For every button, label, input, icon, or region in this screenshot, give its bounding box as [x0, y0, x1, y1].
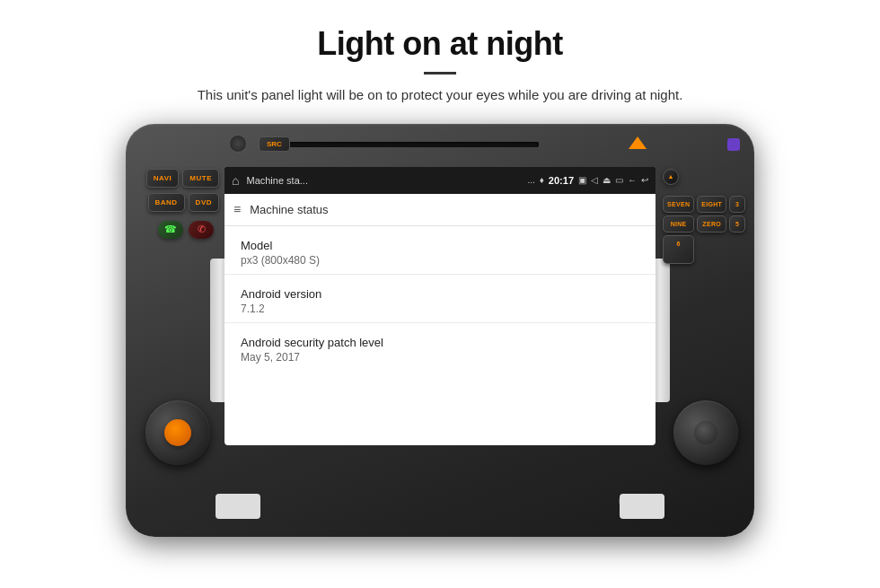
app-bar-title: Machine status — [250, 203, 328, 216]
right-numpad: SEVEN EIGHT 3 NINE ZERO 5 6 — [663, 196, 745, 264]
page-header: Light on at night This unit's panel ligh… — [0, 0, 880, 115]
phone-end-icon: ✆ — [198, 224, 206, 235]
zero-button[interactable]: ZERO — [697, 215, 726, 233]
circle-btn-top[interactable]: ▲ — [663, 169, 679, 185]
right-knob[interactable] — [673, 400, 738, 465]
screen-cast-icon: ▭ — [615, 175, 623, 185]
eight-button[interactable]: EIGHT — [697, 196, 726, 213]
security-patch-value: May 5, 2017 — [241, 351, 639, 364]
security-patch-label: Android security patch level — [241, 336, 639, 349]
device-container: SRC NAVI MUTE BAND DVD ☎ ✆ — [126, 124, 754, 537]
navi-button[interactable]: NAVI — [146, 169, 180, 188]
media-icon: ▣ — [578, 175, 586, 185]
left-volume-knob[interactable] — [145, 400, 210, 465]
android-version-value: 7.1.2 — [241, 303, 639, 315]
status-time: 20:17 — [549, 175, 574, 186]
app-bar-menu-icon[interactable]: ≡ — [233, 202, 241, 216]
eject-icon: ⏏ — [603, 175, 611, 185]
phone-end-button[interactable]: ✆ — [189, 221, 214, 239]
android-status-bar: ⌂ Machine sta... ... ♦ 20:17 ▣ ◁ ⏏ ▭ ← ↩ — [224, 167, 656, 194]
five-button[interactable]: 5 — [729, 215, 745, 233]
three-button[interactable]: 3 — [729, 196, 745, 213]
chat-icon: ... — [527, 175, 534, 185]
disc-slot — [278, 142, 539, 147]
phone-answer-icon: ☎ — [164, 224, 177, 235]
title-divider — [424, 72, 456, 75]
dvd-button[interactable]: DVD — [189, 193, 219, 212]
bottom-tab-right — [620, 494, 664, 519]
right-knob-center — [694, 421, 717, 444]
model-value: px3 (800x480 S) — [241, 254, 639, 267]
page-subtitle: This unit's panel light will be on to pr… — [54, 85, 826, 106]
src-button[interactable]: SRC — [259, 136, 290, 152]
right-panel-controls: ▲ SEVEN EIGHT 3 NINE ZERO 5 6 — [663, 169, 745, 264]
nine-button[interactable]: NINE — [663, 215, 694, 233]
back-icon[interactable]: ← — [628, 175, 637, 185]
android-app-bar: ≡ Machine status — [224, 194, 656, 226]
seven-button[interactable]: SEVEN — [663, 196, 694, 213]
top-left-circle-btn[interactable] — [229, 135, 247, 153]
status-app-title: Machine sta... — [246, 175, 524, 186]
left-knob-center — [164, 419, 191, 446]
navi-mute-row: NAVI MUTE — [146, 169, 219, 188]
model-label: Model — [241, 239, 639, 252]
screen-bezel: ⌂ Machine sta... ... ♦ 20:17 ▣ ◁ ⏏ ▭ ← ↩ — [224, 167, 656, 445]
android-version-row: Android version 7.1.2 — [224, 275, 656, 323]
android-content-area: Model px3 (800x480 S) Android version 7.… — [224, 226, 656, 445]
android-screen: ⌂ Machine sta... ... ♦ 20:17 ▣ ◁ ⏏ ▭ ← ↩ — [224, 167, 656, 445]
car-radio-shell: SRC NAVI MUTE BAND DVD ☎ ✆ — [126, 124, 754, 537]
status-icons-group: ... ♦ 20:17 ▣ ◁ ⏏ ▭ ← ↩ — [527, 175, 648, 186]
bottom-strip: SD D D GPS — [224, 492, 656, 512]
left-panel-controls: NAVI MUTE BAND DVD ☎ ✆ — [136, 169, 219, 239]
band-dvd-row: BAND DVD — [148, 193, 220, 212]
mute-button[interactable]: MUTE — [182, 169, 219, 188]
top-right-indicator — [727, 138, 740, 151]
location-icon: ♦ — [540, 175, 544, 185]
android-version-label: Android version — [241, 287, 639, 301]
band-button[interactable]: BAND — [148, 193, 185, 212]
phone-answer-button[interactable]: ☎ — [158, 221, 183, 239]
volume-icon: ◁ — [591, 175, 598, 185]
phone-buttons: ☎ ✆ — [158, 221, 214, 239]
top-right-triangle-icon — [629, 136, 647, 149]
reply-icon[interactable]: ↩ — [641, 175, 648, 185]
six-button[interactable]: 6 — [663, 235, 694, 264]
home-icon[interactable]: ⌂ — [232, 173, 239, 188]
model-info-row: Model px3 (800x480 S) — [224, 226, 656, 275]
security-patch-row: Android security patch level May 5, 2017 — [224, 323, 656, 371]
bottom-tab-left — [216, 494, 260, 519]
page-title: Light on at night — [54, 25, 826, 63]
